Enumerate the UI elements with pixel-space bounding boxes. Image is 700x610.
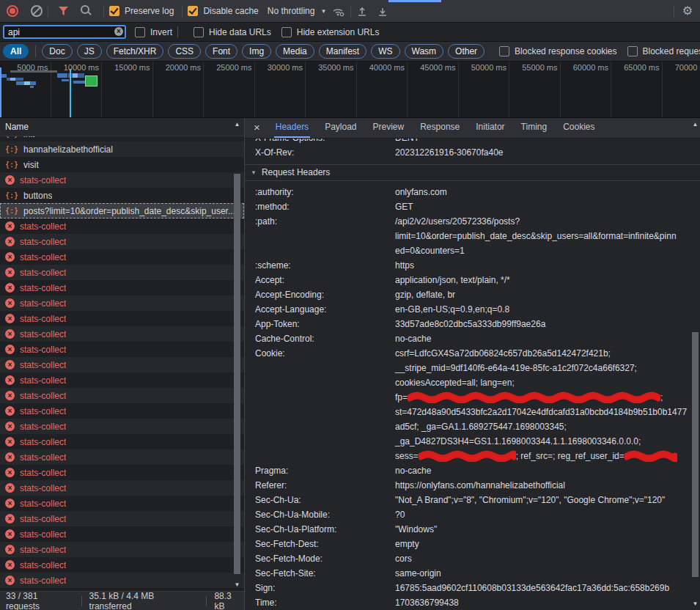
checkbox-blocked-response-cookies[interactable]: [499, 46, 509, 56]
table-row[interactable]: {:}buttons: [0, 188, 244, 203]
table-row[interactable]: ×stats-collect: [0, 573, 244, 588]
scrollbar-thumb[interactable]: [692, 332, 699, 577]
table-row[interactable]: ×stats-collect: [0, 234, 244, 249]
name-column-header[interactable]: Name: [0, 118, 244, 136]
tab-timing[interactable]: Timing: [520, 118, 549, 138]
scroll-up-icon[interactable]: ▲: [232, 120, 242, 129]
filter-chip-all[interactable]: All: [3, 44, 29, 59]
scroll-down-icon[interactable]: ▼: [690, 599, 700, 609]
preserve-log-checkbox[interactable]: [109, 6, 119, 16]
table-row[interactable]: ×stats-collect: [0, 542, 244, 557]
table-row[interactable]: ×stats-collect: [0, 434, 244, 449]
table-row[interactable]: ×stats-collect: [0, 403, 244, 419]
table-row[interactable]: ×stats-collect: [0, 326, 244, 342]
table-row[interactable]: ×stats-collect: [0, 372, 244, 388]
timeline-overview[interactable]: 5000 ms10000 ms15000 ms20000 ms25000 ms3…: [0, 62, 700, 118]
header-value-line: cookiesAccepted=all; lang=en;: [395, 375, 687, 390]
header-value-line: st=472d48a90d5433bfc2a2d17042e4dfdcafd31…: [395, 405, 687, 419]
header-name: Referer:: [255, 478, 395, 493]
tab-initiator[interactable]: Initiator: [474, 118, 506, 138]
table-row[interactable]: ×stats-collect: [0, 172, 244, 188]
triangle-down-icon: ▼: [251, 165, 257, 180]
header-name: Sec-Fetch-Site:: [255, 566, 395, 581]
checkbox-hide-data-urls[interactable]: [194, 27, 204, 37]
filter-chip-manifest[interactable]: Manifest: [319, 44, 366, 59]
request-name: visit: [23, 160, 39, 170]
table-row[interactable]: ×stats-collect: [0, 557, 244, 573]
filter-chip-doc[interactable]: Doc: [42, 44, 72, 59]
table-row[interactable]: ×stats-collect: [0, 280, 244, 295]
tab-payload[interactable]: Payload: [323, 118, 358, 138]
table-row[interactable]: ×stats-collect: [0, 388, 244, 403]
table-row[interactable]: ×stats-collect: [0, 419, 244, 434]
details-tabstrip: × HeadersPayloadPreviewResponseInitiator…: [245, 118, 700, 139]
header-value-text: _ga_D4827DS3H4=GS1.1.1698003344.1.1.1698…: [395, 436, 641, 447]
checkbox-hide-extension-urls[interactable]: [281, 27, 292, 37]
filter-funnel-icon[interactable]: [59, 7, 68, 15]
table-row[interactable]: {:}posts?limit=10&order=publish_date_des…: [0, 203, 244, 218]
table-row[interactable]: ×stats-collect: [0, 496, 244, 511]
header-value-line: GET: [395, 199, 413, 214]
filter-chip-media[interactable]: Media: [276, 44, 314, 59]
record-icon[interactable]: [7, 5, 18, 17]
throttling-select[interactable]: No throttling: [268, 6, 315, 16]
checkbox-label: Blocked response cookies: [515, 46, 616, 56]
close-icon[interactable]: ×: [254, 117, 260, 137]
filter-chip-wasm[interactable]: Wasm: [405, 44, 444, 59]
tab-cookies[interactable]: Cookies: [561, 118, 596, 138]
scrollbar-thumb[interactable]: [234, 174, 240, 574]
table-row[interactable]: ×stats-collect: [0, 265, 244, 280]
filter-chip-ws[interactable]: WS: [371, 44, 399, 59]
search-icon[interactable]: [81, 5, 89, 14]
filter-chip-css[interactable]: CSS: [168, 44, 201, 59]
error-icon: ×: [5, 175, 15, 185]
header-value: "Not_A Brand";v="8", "Chromium";v="120",…: [395, 493, 665, 507]
disable-cache-checkbox[interactable]: [188, 6, 198, 16]
table-row[interactable]: ×stats-collect: [0, 526, 244, 542]
filter-chip-fetch-xhr[interactable]: Fetch/XHR: [106, 44, 164, 59]
request-name: stats-collect: [20, 422, 66, 432]
table-row[interactable]: ×stats-collect: [0, 249, 244, 265]
table-row[interactable]: ×stats-collect: [0, 449, 244, 465]
error-icon: ×: [5, 576, 15, 585]
overview-selection-handle[interactable]: [0, 67, 1, 117]
scroll-down-icon[interactable]: ▼: [232, 580, 242, 589]
request-name: stats-collect: [20, 437, 66, 447]
table-row[interactable]: ×stats-collect: [0, 357, 244, 372]
checkbox-blocked-requests[interactable]: [627, 46, 638, 56]
table-row[interactable]: ×stats-collect: [0, 295, 244, 311]
details-scrollbar[interactable]: ▲ ▼: [690, 118, 700, 610]
table-row[interactable]: ×stats-collect: [0, 311, 244, 326]
header-value-line: application/json, text/plain, */*: [395, 273, 510, 287]
devtools-network-panel: Preserve log Disable cache No throttling…: [0, 0, 700, 610]
filter-chip-img[interactable]: Img: [242, 44, 271, 59]
header-row: Accept:application/json, text/plain, */*: [245, 273, 700, 287]
table-row[interactable]: ×stats-collect: [0, 218, 244, 234]
filter-input[interactable]: [3, 25, 126, 39]
request-headers-section-header[interactable]: ▼Request Headers: [245, 164, 700, 181]
scroll-up-icon[interactable]: ▲: [690, 120, 700, 129]
table-row[interactable]: ×stats-collect: [0, 342, 244, 357]
clear-icon[interactable]: [31, 5, 43, 17]
table-row[interactable]: ×stats-collect: [0, 480, 244, 496]
table-row[interactable]: ×stats-collect: [0, 511, 244, 526]
tab-response[interactable]: Response: [419, 118, 461, 138]
filter-chip-font[interactable]: Font: [205, 44, 237, 59]
requests-scrollbar[interactable]: ▲ ▼: [232, 118, 242, 591]
settings-gear-icon[interactable]: ⚙: [682, 5, 693, 17]
chevron-down-icon[interactable]: ▼: [320, 8, 326, 15]
table-row[interactable]: {:}hannahelizabethofficial: [0, 142, 244, 157]
clear-filter-icon[interactable]: ×: [114, 27, 123, 36]
import-har-icon[interactable]: [356, 6, 368, 17]
tab-headers[interactable]: Headers: [274, 118, 310, 138]
table-row[interactable]: ×stats-collect: [0, 465, 244, 480]
filter-chip-other[interactable]: Other: [448, 44, 485, 59]
tab-preview[interactable]: Preview: [372, 118, 406, 138]
table-row[interactable]: {:}init: [0, 136, 244, 142]
network-conditions-icon[interactable]: [332, 6, 345, 17]
checkbox-invert[interactable]: [135, 27, 145, 37]
details-tabs: HeadersPayloadPreviewResponseInitiatorTi…: [268, 118, 603, 138]
table-row[interactable]: {:}visit: [0, 157, 244, 172]
filter-chip-js[interactable]: JS: [77, 44, 102, 59]
export-har-icon[interactable]: [377, 6, 388, 17]
